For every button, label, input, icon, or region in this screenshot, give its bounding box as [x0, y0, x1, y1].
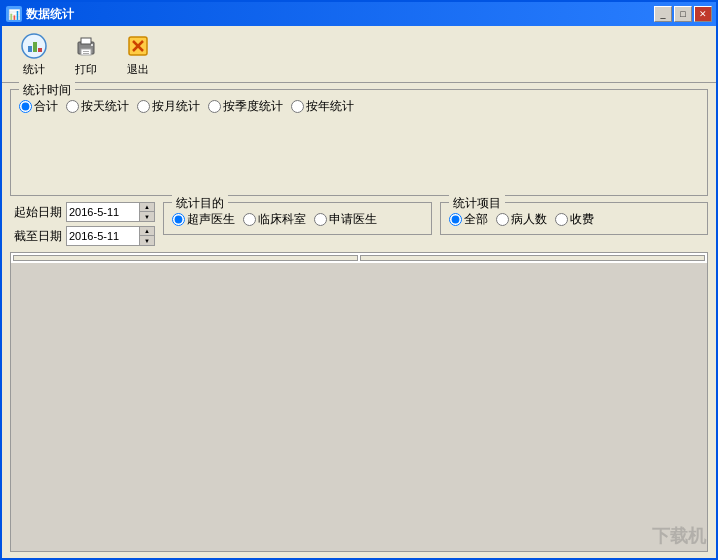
end-date-row: 截至日期 ▲ ▼ [10, 226, 155, 246]
end-date-input-wrap: ▲ ▼ [66, 226, 155, 246]
stats-button[interactable]: 统计 [10, 30, 58, 78]
window-title: 数据统计 [26, 6, 74, 23]
items-option-0[interactable]: 全部 [449, 211, 488, 228]
time-group-legend: 统计时间 [19, 82, 75, 99]
time-option-3-label: 按季度统计 [223, 98, 283, 115]
watermark: 下载机 [652, 524, 706, 548]
purpose-option-0[interactable]: 超声医生 [172, 211, 235, 228]
start-date-input[interactable] [67, 206, 139, 218]
items-group: 统计项目 全部 病人数 收 [440, 202, 709, 235]
time-option-1[interactable]: 按天统计 [66, 98, 129, 115]
maximize-button[interactable]: □ [674, 6, 692, 22]
content-area: 统计时间 合计 按天统计 按月统计 [2, 83, 716, 558]
items-option-1[interactable]: 病人数 [496, 211, 547, 228]
minimize-button[interactable]: _ [654, 6, 672, 22]
start-date-up[interactable]: ▲ [140, 203, 154, 212]
items-option-0-label: 全部 [464, 211, 488, 228]
svg-rect-4 [83, 51, 89, 52]
col-header-1 [360, 255, 705, 261]
mid-section: 起始日期 ▲ ▼ 截至日期 [10, 202, 708, 246]
items-group-legend: 统计项目 [449, 195, 505, 212]
title-bar: 📊 数据统计 _ □ ✕ [2, 2, 716, 26]
time-option-4[interactable]: 按年统计 [291, 98, 354, 115]
table-header-row [13, 255, 705, 261]
exit-label: 退出 [127, 62, 149, 77]
time-option-2-label: 按月统计 [152, 98, 200, 115]
time-option-4-label: 按年统计 [306, 98, 354, 115]
print-button[interactable]: 打印 [62, 30, 110, 78]
time-option-1-label: 按天统计 [81, 98, 129, 115]
purpose-group: 统计目的 超声医生 临床科室 [163, 202, 432, 235]
exit-icon [124, 32, 152, 60]
end-date-spinners: ▲ ▼ [139, 227, 154, 245]
purpose-group-legend: 统计目的 [172, 195, 228, 212]
start-date-label: 起始日期 [10, 204, 62, 221]
end-date-up[interactable]: ▲ [140, 227, 154, 236]
start-date-spinners: ▲ ▼ [139, 203, 154, 221]
end-date-down[interactable]: ▼ [140, 236, 154, 245]
time-group: 统计时间 合计 按天统计 按月统计 [10, 89, 708, 196]
stats-label: 统计 [23, 62, 45, 77]
purpose-option-0-label: 超声医生 [187, 211, 235, 228]
time-option-0[interactable]: 合计 [19, 98, 58, 115]
time-option-2[interactable]: 按月统计 [137, 98, 200, 115]
col-header-0 [13, 255, 358, 261]
svg-rect-2 [81, 38, 91, 44]
data-table [11, 253, 707, 263]
items-option-1-label: 病人数 [511, 211, 547, 228]
start-date-down[interactable]: ▼ [140, 212, 154, 221]
exit-button[interactable]: 退出 [114, 30, 162, 78]
items-option-2-label: 收费 [570, 211, 594, 228]
stats-icon [20, 32, 48, 60]
svg-rect-5 [83, 53, 89, 54]
print-icon [72, 32, 100, 60]
print-label: 打印 [75, 62, 97, 77]
start-date-input-wrap: ▲ ▼ [66, 202, 155, 222]
window-controls: _ □ ✕ [654, 6, 712, 22]
purpose-option-2[interactable]: 申请医生 [314, 211, 377, 228]
svg-point-6 [91, 44, 93, 46]
start-date-row: 起始日期 ▲ ▼ [10, 202, 155, 222]
purpose-option-1-label: 临床科室 [258, 211, 306, 228]
time-option-3[interactable]: 按季度统计 [208, 98, 283, 115]
table-area [10, 252, 708, 552]
end-date-label: 截至日期 [10, 228, 62, 245]
dates-area: 起始日期 ▲ ▼ 截至日期 [10, 202, 155, 246]
purpose-option-1[interactable]: 临床科室 [243, 211, 306, 228]
time-option-0-label: 合计 [34, 98, 58, 115]
end-date-input[interactable] [67, 230, 139, 242]
close-button[interactable]: ✕ [694, 6, 712, 22]
window-icon: 📊 [6, 6, 22, 22]
time-radio-row: 合计 按天统计 按月统计 按季度统计 [19, 94, 699, 115]
right-groups: 统计目的 超声医生 临床科室 [163, 202, 708, 235]
purpose-option-2-label: 申请医生 [329, 211, 377, 228]
toolbar: 统计 打印 [2, 26, 716, 83]
items-option-2[interactable]: 收费 [555, 211, 594, 228]
